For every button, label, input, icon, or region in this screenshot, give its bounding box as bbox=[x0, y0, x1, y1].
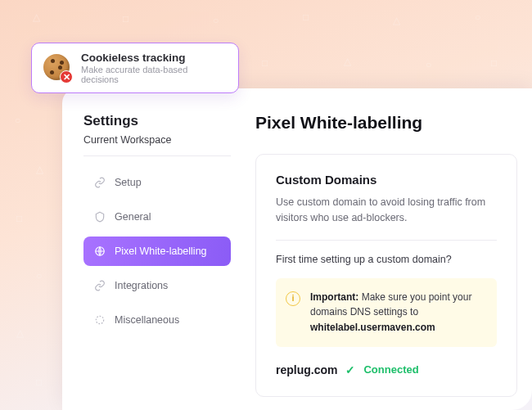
dashed-circle-icon bbox=[93, 314, 106, 326]
callout-title: Cookieless tracking bbox=[81, 52, 227, 64]
connected-domain-row: replug.com ✓ Connected bbox=[276, 363, 497, 376]
globe-icon bbox=[93, 246, 106, 257]
connection-status: Connected bbox=[363, 363, 418, 376]
info-icon: i bbox=[286, 291, 300, 306]
sidebar-item-label: Miscellaneous bbox=[115, 314, 179, 326]
sidebar-subtitle: Current Workspace bbox=[83, 134, 231, 156]
sidebar-item-label: Setup bbox=[115, 177, 142, 188]
sidebar-item-label: General bbox=[115, 211, 151, 223]
cookieless-tracking-callout: ✕ Cookieless tracking Make accurate data… bbox=[31, 43, 239, 93]
domain-name: replug.com bbox=[276, 363, 337, 376]
sidebar-title: Settings bbox=[83, 113, 231, 129]
sidebar-item-general[interactable]: General bbox=[83, 202, 231, 232]
cancel-badge-icon: ✕ bbox=[60, 70, 73, 83]
sidebar-item-label: Pixel White-labelling bbox=[115, 246, 207, 257]
notice-domain: whitelabel.usermaven.com bbox=[310, 322, 435, 333]
sidebar-item-integrations[interactable]: Integrations bbox=[83, 271, 231, 300]
settings-panel: Settings Current Workspace Setup General… bbox=[62, 88, 532, 410]
cookie-icon: ✕ bbox=[43, 54, 71, 82]
sidebar-item-pixel-white-labelling[interactable]: Pixel White-labelling bbox=[83, 237, 231, 266]
svg-point-1 bbox=[96, 316, 103, 323]
card-question: First time setting up a custom domain? bbox=[276, 254, 497, 265]
content-area: Pixel White-labelling Custom Domains Use… bbox=[231, 113, 532, 410]
card-description: Use custom domain to avoid losing traffi… bbox=[276, 195, 497, 241]
card-heading: Custom Domains bbox=[276, 173, 497, 187]
shield-icon bbox=[93, 211, 106, 223]
page-title: Pixel White-labelling bbox=[255, 113, 532, 133]
link-icon bbox=[93, 177, 106, 188]
check-icon: ✓ bbox=[345, 363, 355, 376]
sidebar-item-label: Integrations bbox=[115, 280, 168, 291]
sidebar-item-setup[interactable]: Setup bbox=[83, 168, 231, 197]
dns-notice: i Important: Make sure you point your do… bbox=[276, 278, 497, 347]
settings-sidebar: Settings Current Workspace Setup General… bbox=[83, 113, 231, 410]
sidebar-item-miscellaneous[interactable]: Miscellaneous bbox=[83, 305, 231, 335]
callout-subtitle: Make accurate data-based decisions bbox=[81, 65, 227, 84]
custom-domains-card: Custom Domains Use custom domain to avoi… bbox=[255, 154, 517, 397]
link-icon bbox=[93, 280, 106, 291]
notice-prefix: Important: bbox=[310, 291, 358, 303]
